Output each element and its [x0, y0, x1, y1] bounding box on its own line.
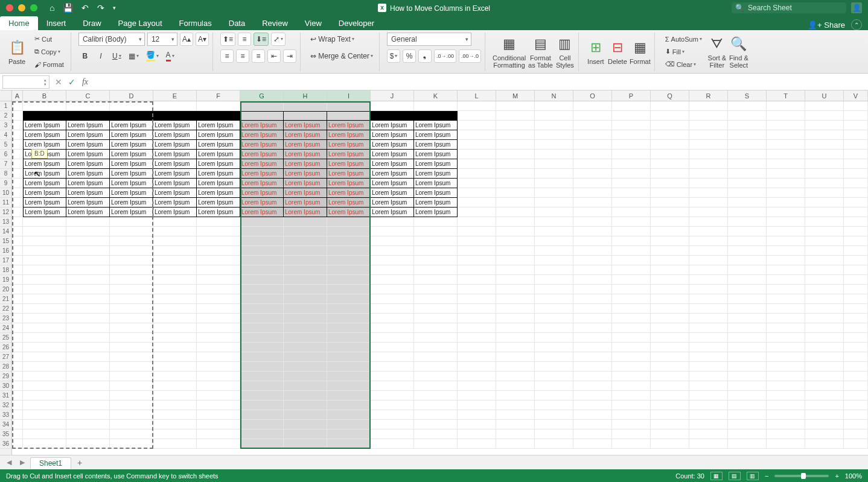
cell-S11[interactable] — [728, 198, 767, 208]
cell-K13[interactable] — [414, 217, 458, 227]
cell-E35[interactable] — [153, 430, 197, 439]
cell-T19[interactable] — [767, 275, 805, 285]
cell-I17[interactable] — [327, 256, 371, 265]
cell-E29[interactable] — [153, 372, 197, 381]
cell-P4[interactable] — [612, 130, 651, 140]
cell-K16[interactable] — [414, 246, 458, 256]
cell-G21[interactable] — [240, 294, 284, 304]
row-header-19[interactable]: 19 — [0, 275, 11, 285]
tab-formulas[interactable]: Formulas — [171, 16, 220, 30]
cell-H22[interactable] — [284, 304, 327, 314]
cell-M10[interactable] — [496, 188, 535, 198]
cell-H19[interactable] — [284, 275, 327, 285]
cell-C9[interactable]: Lorem Ipsum — [66, 179, 110, 188]
cell-N27[interactable] — [535, 352, 573, 362]
cell-K25[interactable] — [414, 333, 458, 343]
cell-K34[interactable] — [414, 420, 458, 430]
cell-O12[interactable] — [573, 208, 612, 217]
cell-H18[interactable] — [284, 265, 327, 275]
cell-G25[interactable] — [240, 333, 284, 343]
cell-F9[interactable]: Lorem Ipsum — [197, 179, 240, 188]
cell-R1[interactable] — [689, 101, 728, 111]
row-header-24[interactable]: 24 — [0, 323, 11, 333]
cell-I5[interactable]: Lorem Ipsum — [327, 140, 371, 150]
cell-J15[interactable] — [371, 236, 414, 246]
cell-G19[interactable] — [240, 275, 284, 285]
customize-qa-icon[interactable]: ▾ — [113, 5, 116, 11]
cell-M22[interactable] — [496, 304, 535, 314]
cell-B28[interactable] — [23, 362, 66, 372]
cell-H26[interactable] — [284, 343, 327, 352]
cell-V9[interactable] — [844, 179, 868, 188]
cell-F22[interactable] — [197, 304, 240, 314]
cell-S8[interactable] — [728, 169, 767, 179]
name-box-stepper[interactable]: ▴▾ — [44, 78, 46, 86]
cell-S4[interactable] — [728, 130, 767, 140]
cell-E31[interactable] — [153, 391, 197, 401]
currency-button[interactable]: $▾ — [387, 49, 400, 63]
cell-H21[interactable] — [284, 294, 327, 304]
cell-K28[interactable] — [414, 362, 458, 372]
cell-S14[interactable] — [728, 227, 767, 236]
cell-O22[interactable] — [573, 304, 612, 314]
row-header-30[interactable]: 30 — [0, 381, 11, 391]
cell-H36[interactable] — [284, 439, 327, 449]
cell-K14[interactable] — [414, 227, 458, 236]
cell-O5[interactable] — [573, 140, 612, 150]
cell-L26[interactable] — [458, 343, 496, 352]
cell-G24[interactable] — [240, 323, 284, 333]
cell-D19[interactable] — [110, 275, 153, 285]
cell-K11[interactable]: Lorem Ipsum — [414, 198, 458, 208]
cell-S5[interactable] — [728, 140, 767, 150]
cell-L17[interactable] — [458, 256, 496, 265]
collapse-ribbon-icon[interactable]: ⌃ — [851, 19, 862, 30]
cell-V18[interactable] — [844, 265, 868, 275]
cell-C30[interactable] — [66, 381, 110, 391]
save-icon[interactable]: 💾 — [63, 3, 73, 13]
cell-S15[interactable] — [728, 236, 767, 246]
cell-U32[interactable] — [805, 401, 844, 410]
cell-N11[interactable] — [535, 198, 573, 208]
row-header-3[interactable]: 3 — [0, 121, 11, 130]
cell-O6[interactable] — [573, 150, 612, 159]
cell-E15[interactable] — [153, 236, 197, 246]
cell-L5[interactable] — [458, 140, 496, 150]
undo-icon[interactable]: ↶ — [81, 3, 89, 13]
cell-U3[interactable] — [805, 121, 844, 130]
cell-Q31[interactable] — [651, 391, 689, 401]
cell-L7[interactable] — [458, 159, 496, 169]
cell-E34[interactable] — [153, 420, 197, 430]
cell-H27[interactable] — [284, 352, 327, 362]
cell-U31[interactable] — [805, 391, 844, 401]
cell-D28[interactable] — [110, 362, 153, 372]
cell-L1[interactable] — [458, 101, 496, 111]
cell-H17[interactable] — [284, 256, 327, 265]
cell-A25[interactable] — [12, 333, 23, 343]
cell-M16[interactable] — [496, 246, 535, 256]
cell-V31[interactable] — [844, 391, 868, 401]
cell-F35[interactable] — [197, 430, 240, 439]
cell-G2[interactable] — [240, 111, 284, 121]
cell-I32[interactable] — [327, 401, 371, 410]
cell-U34[interactable] — [805, 420, 844, 430]
cell-L35[interactable] — [458, 430, 496, 439]
cell-R19[interactable] — [689, 275, 728, 285]
cell-J21[interactable] — [371, 294, 414, 304]
cell-C12[interactable]: Lorem Ipsum — [66, 208, 110, 217]
cell-E6[interactable]: Lorem Ipsum — [153, 150, 197, 159]
cell-N15[interactable] — [535, 236, 573, 246]
cell-E2[interactable] — [153, 111, 197, 121]
cell-N21[interactable] — [535, 294, 573, 304]
cell-S7[interactable] — [728, 159, 767, 169]
cell-N7[interactable] — [535, 159, 573, 169]
cell-R22[interactable] — [689, 304, 728, 314]
cell-V35[interactable] — [844, 430, 868, 439]
cell-A33[interactable] — [12, 410, 23, 420]
cell-H29[interactable] — [284, 372, 327, 381]
cell-O30[interactable] — [573, 381, 612, 391]
cell-K36[interactable] — [414, 439, 458, 449]
cell-E30[interactable] — [153, 381, 197, 391]
cell-G31[interactable] — [240, 391, 284, 401]
cell-K2[interactable] — [414, 111, 458, 121]
cell-G22[interactable] — [240, 304, 284, 314]
